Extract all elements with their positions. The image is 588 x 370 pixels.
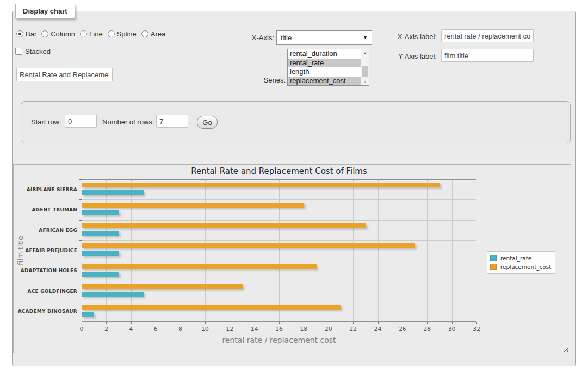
x-axis-tick-label: 24 (370, 325, 386, 333)
series-option-rental_duration[interactable]: rental_duration (288, 49, 361, 59)
go-button-label: Go (202, 118, 212, 127)
x-axis-tick (452, 322, 453, 324)
x-axis-label-input[interactable] (441, 29, 534, 42)
fieldset-legend: Display chart (15, 4, 75, 18)
x-axis-tick (82, 322, 82, 324)
x-axis-tick-label: 18 (295, 325, 312, 333)
chart-type-radio-group: BarColumnLineSplineArea (16, 30, 165, 38)
x-axis-tick (106, 322, 107, 324)
category-label: ACE GOLDFINGER (15, 281, 77, 301)
x-axis-tick-label: 2 (98, 325, 114, 333)
stacked-option[interactable]: Stacked (15, 47, 51, 55)
scrollbar-thumb[interactable] (362, 66, 368, 77)
x-axis-tick-label: 32 (468, 325, 485, 333)
x-axis-tick (131, 322, 132, 324)
x-axis-tick (353, 322, 354, 324)
x-axis-tick (427, 322, 428, 324)
x-axis-select-value: title (281, 34, 292, 42)
chart-legend: rental_ratereplacement_cost (487, 251, 555, 274)
x-axis-tick (378, 322, 379, 324)
x-axis-tick-label: 14 (246, 325, 263, 333)
series-scrollbar[interactable]: ▲ ▼ (361, 49, 369, 85)
chart-type-label: Line (89, 30, 103, 38)
chart-title: Rental Rate and Replacement Cost of Film… (82, 166, 476, 176)
x-axis-tick-label: 30 (444, 325, 460, 333)
y-axis-label-input[interactable] (441, 49, 534, 62)
x-axis-label-label: X-Axis label: (381, 33, 437, 41)
x-axis-tick (205, 322, 206, 324)
x-axis-tick-label: 20 (320, 325, 337, 333)
category-label: AFRICAN EGG (15, 220, 77, 240)
category-label: AFFAIR PREJUDICE (15, 240, 77, 260)
number-of-rows-input[interactable] (156, 115, 188, 128)
chevron-down-icon: ▼ (363, 35, 368, 40)
legend-label: replacement_cost (500, 264, 551, 270)
x-axis-tick (230, 322, 230, 324)
chart-type-line[interactable]: Line (80, 30, 103, 38)
chart-type-spline[interactable]: Spline (108, 30, 137, 38)
chart-type-bar[interactable]: Bar (16, 30, 36, 38)
chart-title-input[interactable] (16, 68, 113, 81)
legend-item-replacement_cost: replacement_cost (490, 262, 551, 271)
radio-icon[interactable] (80, 30, 87, 37)
x-axis-tick-label: 6 (147, 325, 164, 333)
legend-item-rental_rate: rental_rate (490, 254, 551, 262)
legend-swatch (490, 264, 497, 270)
x-axis-tick (403, 322, 403, 324)
series-option-length[interactable]: length (288, 67, 361, 77)
series-multiselect[interactable]: rental_durationrental_ratelengthreplacem… (287, 49, 369, 86)
x-axis-tick-label: 22 (345, 325, 361, 333)
display-chart-page: Display chart BarColumnLineSplineArea St… (0, 0, 588, 370)
chart-y-axis-title: film title (16, 236, 24, 265)
x-axis-select[interactable]: title ▼ (276, 30, 372, 45)
chart-type-label: Bar (26, 30, 36, 38)
x-axis-tick (156, 322, 156, 324)
go-button[interactable]: Go (197, 116, 218, 129)
radio-icon[interactable] (141, 30, 148, 37)
x-axis-tick (181, 322, 181, 324)
x-axis-tick-label: 4 (123, 325, 139, 333)
series-select-label: Series: (234, 76, 286, 84)
category-label: AIRPLANE SIERRA (15, 179, 77, 199)
x-axis-tick-label: 16 (271, 325, 287, 333)
x-axis-tick (329, 322, 329, 324)
chart-type-area[interactable]: Area (141, 30, 165, 38)
series-option-replacement_cost[interactable]: replacement_cost (288, 77, 361, 86)
x-axis-tick-label: 12 (221, 325, 238, 333)
series-options: rental_durationrental_ratelengthreplacem… (288, 49, 369, 85)
x-axis-tick-label: 10 (197, 325, 213, 333)
x-axis-tick-label: 28 (419, 325, 435, 333)
radio-icon[interactable] (41, 30, 48, 37)
scroll-down-icon[interactable]: ▼ (361, 78, 369, 85)
chart-type-column[interactable]: Column (41, 30, 75, 38)
number-of-rows-label: Number of rows: (102, 118, 154, 126)
category-label: ADAPTATION HOLES (15, 261, 77, 281)
fieldset-legend-text: Display chart (23, 7, 67, 15)
radio-icon[interactable] (108, 30, 115, 37)
chart-x-axis-title: rental rate / replacement cost (82, 336, 476, 344)
chart-type-label: Area (151, 30, 165, 38)
x-axis-tick-label: 8 (172, 325, 189, 333)
stacked-checkbox[interactable] (15, 48, 22, 55)
plot-border (82, 179, 476, 322)
scroll-up-icon[interactable]: ▲ (361, 49, 369, 57)
legend-swatch (490, 255, 497, 261)
stacked-label: Stacked (25, 47, 51, 55)
start-row-label: Start row: (31, 118, 61, 126)
chart-type-label: Column (51, 30, 75, 38)
category-label: AGENT TRUMAN (15, 199, 77, 220)
x-axis-tick (255, 322, 255, 324)
category-label: ACADEMY DINOSAUR (15, 302, 77, 322)
x-axis-tick (476, 322, 477, 324)
x-axis-select-label: X-Axis: (228, 34, 274, 42)
x-axis-tick-label: 26 (394, 325, 411, 333)
radio-icon[interactable] (16, 30, 23, 37)
chart-type-label: Spline (117, 30, 137, 38)
start-row-input[interactable] (65, 115, 97, 128)
x-axis-tick (304, 322, 304, 324)
series-option-rental_rate[interactable]: rental_rate (288, 59, 361, 68)
x-axis-tick (279, 322, 280, 324)
legend-label: rental_rate (500, 255, 531, 261)
y-axis-label-label: Y-Axis label: (381, 52, 437, 60)
y-axis-tick (79, 322, 82, 322)
